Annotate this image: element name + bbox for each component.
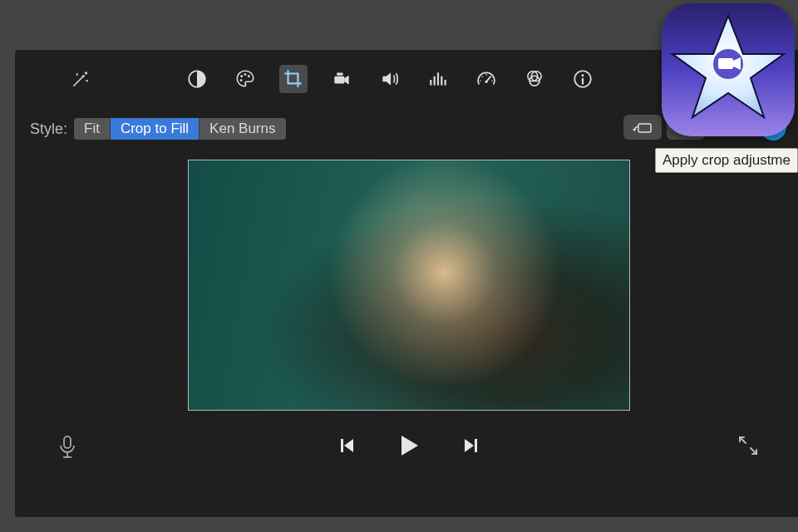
half-circle-icon: [186, 68, 208, 90]
color-correction-button[interactable]: [231, 65, 259, 93]
svg-line-16: [482, 76, 483, 77]
next-frame-button[interactable]: [461, 436, 480, 458]
auto-enhance-button[interactable]: [66, 65, 95, 93]
preview-viewer[interactable]: [188, 160, 630, 411]
transport-bar: [15, 427, 798, 467]
crop-style-row: Style: Fit Crop to Fill Ken Burns: [30, 116, 286, 141]
svg-rect-24: [638, 124, 651, 132]
overlap-circles-icon: [524, 68, 545, 90]
style-option-fit[interactable]: Fit: [74, 118, 110, 140]
noise-reduction-button[interactable]: [424, 65, 452, 93]
style-segmented-control: Fit Crop to Fill Ken Burns: [74, 118, 285, 140]
svg-rect-29: [341, 439, 343, 452]
svg-point-3: [248, 75, 250, 77]
info-icon: [572, 68, 594, 90]
style-option-ken-burns[interactable]: Ken Burns: [199, 118, 285, 140]
info-button[interactable]: [569, 65, 597, 93]
skip-back-icon: [338, 436, 357, 455]
svg-point-2: [244, 73, 247, 76]
speed-button[interactable]: [472, 65, 500, 93]
preview-image: [189, 160, 629, 410]
skip-forward-icon: [461, 436, 480, 455]
imovie-app-icon: [662, 3, 795, 136]
previous-frame-button[interactable]: [338, 436, 357, 458]
color-balance-button[interactable]: [183, 65, 211, 93]
video-camera-icon: [331, 68, 352, 90]
apply-tooltip: Apply crop adjustme: [655, 148, 798, 173]
equalizer-icon: [427, 68, 449, 90]
svg-point-1: [240, 75, 243, 77]
play-button[interactable]: [397, 433, 421, 461]
svg-rect-33: [718, 58, 733, 69]
tool-group: [183, 65, 597, 93]
svg-rect-6: [337, 72, 343, 75]
wand-icon: [70, 68, 91, 90]
play-icon: [397, 433, 421, 458]
crop-icon: [283, 68, 304, 90]
microphone-icon: [57, 435, 78, 460]
svg-point-4: [240, 79, 243, 81]
svg-point-13: [485, 81, 487, 83]
svg-point-22: [581, 74, 584, 76]
fullscreen-button[interactable]: [736, 434, 760, 461]
color-filter-button[interactable]: [520, 65, 549, 93]
volume-button[interactable]: [376, 65, 404, 93]
crop-button[interactable]: [279, 65, 308, 93]
svg-rect-30: [475, 439, 477, 452]
rotate-ccw-button[interactable]: [623, 115, 662, 140]
voiceover-button[interactable]: [53, 433, 81, 461]
stabilization-button[interactable]: [328, 65, 356, 93]
expand-icon: [736, 434, 760, 457]
svg-rect-5: [334, 76, 344, 84]
palette-icon: [234, 68, 256, 90]
svg-rect-23: [582, 78, 584, 85]
speaker-icon: [379, 68, 401, 90]
svg-rect-26: [64, 436, 71, 448]
playback-controls: [338, 433, 480, 461]
speedometer-icon: [475, 68, 497, 90]
rotate-ccw-icon: [631, 119, 654, 135]
star-icon: [666, 7, 791, 132]
style-label: Style:: [30, 121, 67, 138]
style-option-crop-to-fill[interactable]: Crop to Fill: [110, 118, 199, 140]
